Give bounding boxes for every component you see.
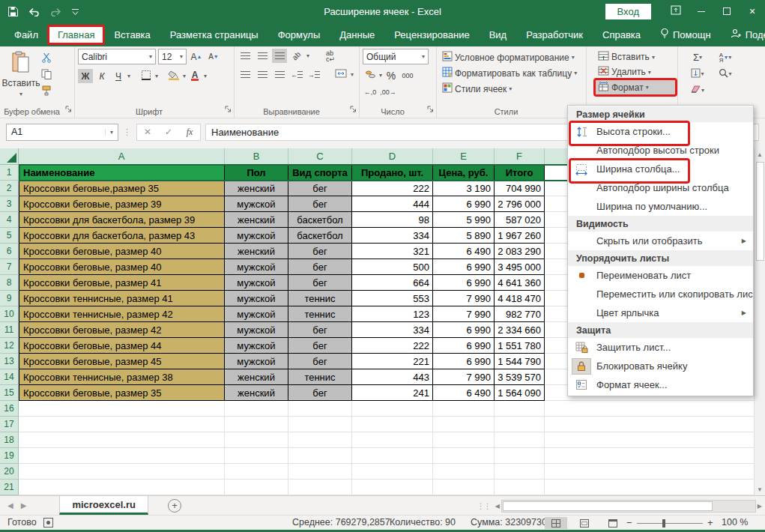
cell-B4[interactable]: женский: [225, 212, 288, 228]
cell-C3[interactable]: бег: [288, 196, 352, 212]
menu-item-3-1[interactable]: Блокировать ячейку: [568, 357, 753, 375]
font-color-icon[interactable]: А: [187, 69, 202, 83]
cell-A18[interactable]: [19, 432, 225, 448]
cell-C1[interactable]: Вид спорта: [288, 165, 352, 181]
cell-C6[interactable]: бег: [288, 244, 352, 259]
ribbon-tab-8[interactable]: Разработчик: [516, 25, 593, 44]
sort-filter-icon[interactable]: АЯ▼ ▾: [718, 50, 733, 64]
copy-icon[interactable]: [39, 68, 54, 82]
cell-B20[interactable]: [225, 464, 288, 480]
sheet-nav-right-icon[interactable]: ▶: [21, 501, 34, 510]
cell-A8[interactable]: Кроссовки беговые, размер 41: [19, 275, 225, 291]
cell-filler[interactable]: [545, 417, 754, 432]
customize-toolbar-icon[interactable]: [71, 7, 79, 16]
menu-item-0-3[interactable]: Автоподбор ширины столбца: [568, 178, 753, 197]
row-header-3[interactable]: 3: [0, 196, 19, 212]
cell-B19[interactable]: [225, 448, 288, 464]
cell-E7[interactable]: 6 990: [433, 259, 495, 275]
row-header-1[interactable]: 1: [0, 165, 19, 181]
cell-filler[interactable]: [545, 401, 754, 417]
cell-B3[interactable]: мужской: [225, 196, 288, 212]
menu-item-0-2[interactable]: Ширина столбца...: [568, 160, 753, 178]
ribbon-tab-2[interactable]: Вставка: [104, 25, 160, 44]
cell-D13[interactable]: 221: [352, 354, 433, 369]
cell-D16[interactable]: [352, 401, 433, 417]
scroll-up-icon[interactable]: ▲: [757, 148, 763, 160]
cell-E3[interactable]: 6 990: [433, 196, 495, 212]
ribbon-tab-1[interactable]: Главная: [48, 25, 104, 44]
cell-A7[interactable]: Кроссовки беговые, размер 40: [19, 259, 225, 275]
cell-E12[interactable]: 6 990: [433, 338, 495, 354]
row-header-6[interactable]: 6: [0, 244, 19, 259]
normal-view-icon[interactable]: [545, 517, 567, 529]
ribbon-tab-4[interactable]: Формулы: [268, 25, 330, 44]
cell-D17[interactable]: [352, 417, 433, 432]
menu-item-1-0[interactable]: Скрыть или отобразить▶: [568, 232, 753, 250]
cell-A9[interactable]: Кроссовки теннисные, размер 41: [19, 291, 225, 306]
zoom-slider-thumb[interactable]: [662, 519, 665, 528]
cell-F17[interactable]: [495, 417, 545, 432]
align-middle-icon[interactable]: [255, 49, 270, 63]
cell-C20[interactable]: [288, 464, 352, 480]
increase-decimal-icon[interactable]: ←,0: [363, 85, 378, 99]
row-header-11[interactable]: 11: [0, 322, 19, 338]
delete-cells-button[interactable]: Удалить▾: [596, 65, 675, 79]
cell-A11[interactable]: Кроссовки беговые, размер 42: [19, 322, 225, 338]
percent-style-icon[interactable]: %: [384, 68, 399, 82]
cell-filler[interactable]: [545, 480, 754, 495]
row-header-13[interactable]: 13: [0, 354, 19, 369]
underline-button[interactable]: Ч: [111, 69, 126, 83]
column-header-E[interactable]: E: [433, 148, 495, 164]
cell-C18[interactable]: [288, 432, 352, 448]
find-select-icon[interactable]: ▾: [718, 67, 733, 81]
cell-C9[interactable]: теннис: [288, 291, 352, 306]
row-header-19[interactable]: 19: [0, 448, 19, 464]
align-top-icon[interactable]: [238, 49, 253, 63]
clear-icon[interactable]: ▾: [690, 83, 705, 97]
cell-F9[interactable]: 4 418 470: [495, 291, 545, 306]
menu-item-3-2[interactable]: Формат ячеек...: [568, 375, 753, 394]
cell-B17[interactable]: [225, 417, 288, 432]
bold-button[interactable]: Ж: [78, 69, 93, 83]
cell-F6[interactable]: 2 083 290: [495, 244, 545, 259]
cell-B10[interactable]: мужской: [225, 306, 288, 322]
cell-styles-button[interactable]: Стили ячеек▾: [440, 82, 584, 96]
cell-E2[interactable]: 3 190: [433, 181, 495, 196]
row-header-7[interactable]: 7: [0, 259, 19, 275]
scrollbar-resize-handle[interactable]: ⋮⋮: [477, 502, 491, 510]
ribbon-tab-3[interactable]: Разметка страницы: [160, 25, 268, 44]
cell-B16[interactable]: [225, 401, 288, 417]
cell-D8[interactable]: 664: [352, 275, 433, 291]
cell-D21[interactable]: [352, 480, 433, 495]
cell-D14[interactable]: 443: [352, 369, 433, 385]
column-header-B[interactable]: B: [225, 148, 288, 164]
format-painter-icon[interactable]: [39, 85, 54, 99]
cell-F19[interactable]: [495, 448, 545, 464]
menu-item-2-0[interactable]: Переименовать лист: [568, 266, 753, 285]
horizontal-scrollbar[interactable]: ⋮⋮ ◀ ▶: [477, 499, 762, 513]
row-header-15[interactable]: 15: [0, 385, 19, 401]
cell-C4[interactable]: баскетбол: [288, 212, 352, 228]
cell-A3[interactable]: Кроссовки беговые, размер 39: [19, 196, 225, 212]
cell-F7[interactable]: 3 495 000: [495, 259, 545, 275]
cell-D11[interactable]: 334: [352, 322, 433, 338]
cell-C7[interactable]: бег: [288, 259, 352, 275]
cell-B5[interactable]: мужской: [225, 228, 288, 244]
conditional-formatting-button[interactable]: Условное форматирование▾: [440, 50, 584, 64]
cell-D20[interactable]: [352, 464, 433, 480]
font-dialog-launcher-icon[interactable]: [225, 102, 232, 115]
cell-F11[interactable]: 2 334 660: [495, 322, 545, 338]
increase-indent-icon[interactable]: →: [306, 67, 321, 82]
decrease-indent-icon[interactable]: ←: [289, 67, 304, 82]
ribbon-tab-0[interactable]: Файл: [4, 25, 48, 44]
cell-E8[interactable]: 6 990: [433, 275, 495, 291]
vertical-scroll-thumb[interactable]: [756, 162, 764, 261]
cell-C19[interactable]: [288, 448, 352, 464]
cell-F14[interactable]: 3 539 570: [495, 369, 545, 385]
add-sheet-icon[interactable]: +: [168, 499, 181, 513]
cell-C21[interactable]: [288, 480, 352, 495]
cell-B21[interactable]: [225, 480, 288, 495]
cell-D2[interactable]: 222: [352, 181, 433, 196]
cell-A14[interactable]: Кроссовки теннисные, размер 38: [19, 369, 225, 385]
row-header-20[interactable]: 20: [0, 464, 19, 480]
